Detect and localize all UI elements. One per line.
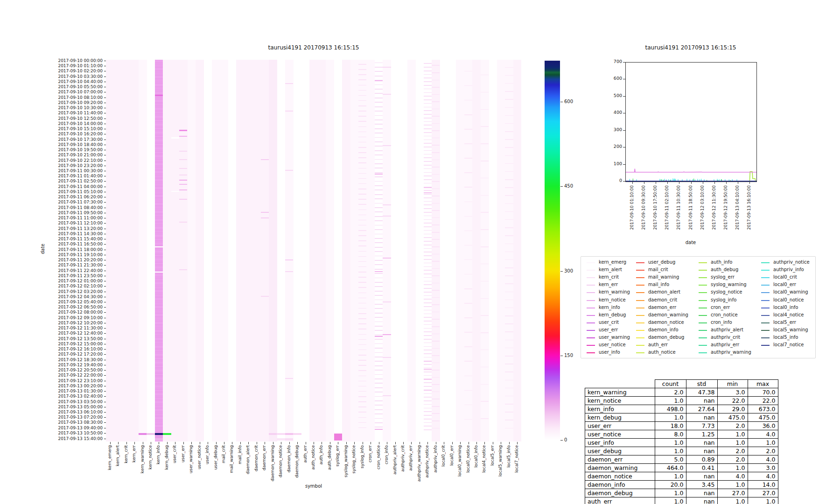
- legend-swatch-authpriv_warning: [699, 352, 707, 353]
- heatmap-y-tick: [104, 218, 106, 218]
- legend-swatch-auth_notice: [636, 352, 644, 353]
- heatmap-cell-mark: [375, 278, 383, 279]
- stats-row-label: user_info: [585, 438, 655, 447]
- heatmap-x-tick-label: local0_crit: [441, 445, 447, 467]
- heatmap-y-tick: [104, 250, 106, 250]
- heatmap-x-tick: [257, 442, 257, 444]
- stats-value: 3.45: [686, 480, 717, 489]
- heatmap-cell-mark: [481, 281, 489, 282]
- stats-value: 1.0: [655, 413, 686, 421]
- heatmap-cell-mark: [481, 161, 489, 161]
- heatmap-cell-mark: [358, 329, 366, 329]
- heatmap-cell-mark: [481, 212, 489, 213]
- heatmap-cell-mark: [505, 364, 513, 364]
- linechart-x-tick-label: 2017-09-12 11:30:00: [712, 185, 717, 230]
- legend: kern_emergkern_alertkern_critkern_errker…: [581, 256, 816, 358]
- linechart-x-tick-label: 2017-09-13 04:10:00: [735, 185, 741, 230]
- linechart-x-tick: [726, 182, 727, 184]
- linechart-y-tick: [623, 164, 625, 165]
- heatmap-cell-mark: [358, 168, 366, 169]
- heatmap-y-tick-label: 2017-09-11 21:30:00: [45, 263, 103, 267]
- stats-corner-cell: [585, 380, 655, 388]
- heatmap-column-band-local0_notice: [464, 60, 473, 441]
- heatmap-cell-mark: [432, 101, 440, 102]
- heatmap-cell-mark: [375, 119, 383, 120]
- heatmap-y-tick: [104, 323, 106, 323]
- stats-value: nan: [686, 438, 717, 447]
- heatmap-x-tick: [118, 442, 119, 444]
- heatmap-y-tick-label: 2017-09-11 07:30:00: [45, 200, 103, 204]
- heatmap-cell-mark: [505, 396, 513, 397]
- heatmap-y-tick: [104, 161, 106, 161]
- heatmap-cell-mark: [432, 109, 440, 110]
- heatmap-y-tick-label: 2017-09-12 17:20:00: [45, 352, 103, 357]
- stats-row-label: daemon_info: [585, 480, 655, 489]
- heatmap-y-tick: [104, 370, 106, 371]
- heatmap-cell-mark: [375, 409, 383, 410]
- heatmap-y-tick-label: 2017-09-12 08:00:00: [45, 310, 103, 315]
- heatmap-cell-mark: [424, 147, 432, 147]
- colorbar-tick: [560, 356, 563, 356]
- stats-value: 4.0: [717, 472, 748, 480]
- heatmap-y-tick-label: 2017-09-12 11:30:00: [45, 326, 103, 330]
- stats-row: user_err18.07.732.036.0: [585, 421, 778, 430]
- heatmap-cell-mark: [505, 139, 513, 140]
- heatmap-cell-mark: [505, 187, 513, 188]
- heatmap-cell-mark: [432, 355, 440, 356]
- heatmap-column-band-kern_emerg: [106, 60, 114, 441]
- stats-value: 27.0: [717, 489, 748, 497]
- stats-value: 464.0: [655, 463, 686, 472]
- heatmap-y-tick: [104, 113, 106, 113]
- heatmap-cell-mark: [464, 245, 472, 246]
- heatmap-cell-mark: [375, 194, 383, 195]
- heatmap-x-tick: [126, 442, 127, 444]
- heatmap-y-tick: [104, 124, 106, 124]
- heatmap-x-tick-label: user_err: [181, 445, 186, 462]
- heatmap-y-tick: [104, 307, 106, 308]
- heatmap-column-band-mail_crit: [220, 60, 228, 441]
- heatmap-y-tick-label: 2017-09-10 22:10:00: [45, 158, 103, 163]
- stats-value: nan: [686, 497, 717, 504]
- heatmap-cell-mark: [375, 133, 383, 133]
- heatmap-cell-mark: [375, 176, 383, 177]
- heatmap-x-tick-label: auth_notice: [311, 445, 316, 470]
- legend-label: local5_warning: [773, 327, 808, 332]
- heatmap-cell-mark: [505, 99, 513, 100]
- heatmap-x-tick-label: cron_info: [384, 445, 390, 464]
- heatmap-column-band-user_debug: [212, 60, 220, 441]
- heatmap-y-tick: [104, 271, 106, 271]
- heatmap-x-tick-label: authpriv_alert: [392, 445, 398, 475]
- heatmap-column-band-kern_info: [155, 60, 163, 441]
- stats-value: 475.0: [748, 413, 778, 421]
- heatmap-y-tick: [104, 145, 106, 145]
- heatmap-cell-mark: [432, 130, 440, 131]
- heatmap-y-tick: [104, 181, 106, 182]
- legend-swatch-daemon_debug: [636, 337, 644, 338]
- heatmap-cell-mark: [334, 434, 342, 441]
- heatmap-x-tick-label: kern_info: [156, 445, 161, 464]
- heatmap-x-tick: [420, 442, 420, 444]
- heatmap-y-tick-label: 2017-09-12 04:30:00: [45, 294, 103, 299]
- heatmap-x-tick: [460, 442, 461, 444]
- stats-col-header: max: [748, 380, 778, 388]
- stats-value: 22.0: [717, 396, 748, 405]
- heatmap-x-tick: [452, 442, 453, 444]
- heatmap-cell-mark: [424, 63, 432, 64]
- stats-row: user_notice8.01.251.04.0: [585, 430, 778, 438]
- linechart-x-tick-label: 2017-09-10 17:50:00: [653, 185, 658, 230]
- linechart-y-tick: [623, 113, 625, 113]
- heatmap-y-tick-label: 2017-09-11 15:40:00: [45, 237, 103, 241]
- heatmap-cell-mark: [505, 300, 513, 301]
- heatmap-y-tick: [104, 208, 106, 208]
- stats-row: daemon_notice1.0nan4.04.0: [585, 472, 778, 480]
- heatmap-y-tick: [104, 360, 106, 360]
- heatmap-cell-mark: [424, 281, 432, 282]
- heatmap-x-tick-label: local5_info: [506, 445, 512, 468]
- legend-swatch-local5_info: [761, 337, 770, 338]
- heatmap-cell-mark: [424, 192, 432, 193]
- heatmap-cell-mark: [375, 383, 383, 384]
- heatmap-cell-mark: [481, 126, 489, 127]
- heatmap-y-tick: [104, 428, 106, 428]
- heatmap-y-tick-label: 2017-09-10 10:30:00: [45, 105, 103, 110]
- legend-label: user_debug: [648, 259, 675, 265]
